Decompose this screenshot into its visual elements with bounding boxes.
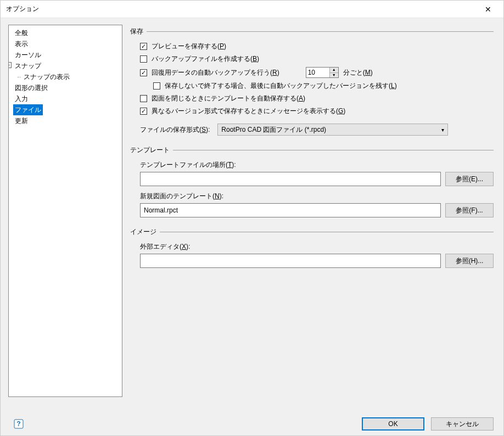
keeplast-label: 保存しないで終了する場合、最後に自動バックアップしたバージョンを残す(L) <box>165 81 397 91</box>
title-bar: オプション ✕ <box>1 1 503 18</box>
spinner-down-icon[interactable]: ▼ <box>330 73 338 78</box>
tree-item-file[interactable]: ファイル <box>13 104 43 115</box>
autosave-template-checkbox[interactable] <box>140 95 147 102</box>
tree-item-shape-select[interactable]: 図形の選択 <box>13 82 49 93</box>
expand-collapse-icon[interactable]: − <box>8 62 12 68</box>
autorecover-label: 回復用データの自動バックアップを行う(R) <box>152 68 279 77</box>
external-editor-input[interactable] <box>140 254 441 268</box>
tree-item-general[interactable]: 全般 <box>13 27 30 38</box>
settings-panel: 保存 プレビューを保存する(P) バックアップファイルを作成する(B) <box>128 25 496 412</box>
spinner-up-icon[interactable]: ▲ <box>330 68 338 73</box>
backup-label: バックアップファイルを作成する(B) <box>152 54 259 64</box>
chevron-down-icon: ▾ <box>441 127 444 133</box>
file-format-label: ファイルの保存形式(S): <box>140 125 210 135</box>
autosave-template-label: 図面を閉じるときにテンプレートを自動保存する(A) <box>152 94 305 103</box>
image-group-title: イメージ <box>130 227 494 237</box>
window-title: オプション <box>6 4 39 14</box>
dialog-body: 全般 表示 カーソル − スナップ スナップの表示 図形の選択 入力 ファイル … <box>1 18 503 412</box>
newdoc-template-input[interactable] <box>140 203 441 217</box>
external-editor-browse-button[interactable]: 参照(H)... <box>445 254 494 268</box>
newdoc-template-label: 新規図面のテンプレート(N): <box>140 192 494 201</box>
tree-item-display[interactable]: 表示 <box>13 38 30 49</box>
autorecover-unit-label: 分ごと(M) <box>343 68 373 77</box>
template-group: テンプレート テンプレートファイルの場所(T): 参照(E)... 新規図面のテ… <box>130 146 494 217</box>
autorecover-interval-spinner[interactable]: ▲ ▼ <box>306 67 339 78</box>
category-tree[interactable]: 全般 表示 カーソル − スナップ スナップの表示 図形の選択 入力 ファイル … <box>8 25 122 397</box>
external-editor-label: 外部エディタ(X): <box>140 242 494 251</box>
save-group-title: 保存 <box>130 27 494 36</box>
newdoc-template-browse-button[interactable]: 参照(F)... <box>445 203 494 217</box>
file-format-value: RootPro CAD 図面ファイル (*.rpcd) <box>221 125 326 135</box>
ok-button[interactable]: OK <box>362 417 424 431</box>
autorecover-interval-input[interactable] <box>306 68 329 77</box>
dialog-footer: ? OK キャンセル <box>1 412 503 435</box>
tree-item-input[interactable]: 入力 <box>13 93 30 104</box>
preview-label: プレビューを保存する(P) <box>152 42 226 51</box>
diff-version-checkbox[interactable] <box>140 108 147 115</box>
backup-checkbox[interactable] <box>140 55 147 63</box>
keeplast-checkbox[interactable] <box>153 82 160 90</box>
image-group: イメージ 外部エディタ(X): 参照(H)... <box>130 227 494 268</box>
tree-item-snap[interactable]: スナップ <box>13 60 43 71</box>
tree-item-snap-display[interactable]: スナップの表示 <box>22 71 71 82</box>
template-location-label: テンプレートファイルの場所(T): <box>140 160 494 170</box>
preview-checkbox[interactable] <box>140 43 147 50</box>
help-button[interactable]: ? <box>13 418 25 430</box>
save-group: 保存 プレビューを保存する(P) バックアップファイルを作成する(B) <box>130 27 494 136</box>
close-button[interactable]: ✕ <box>478 2 498 17</box>
template-location-browse-button[interactable]: 参照(E)... <box>445 172 494 186</box>
file-format-select[interactable]: RootPro CAD 図面ファイル (*.rpcd) ▾ <box>217 124 448 136</box>
help-icon: ? <box>14 419 24 429</box>
options-dialog: オプション ✕ 全般 表示 カーソル − スナップ スナップの表示 図形の選択 … <box>0 0 504 436</box>
tree-item-cursor[interactable]: カーソル <box>13 49 43 60</box>
autorecover-checkbox[interactable] <box>140 69 147 76</box>
diff-version-label: 異なるバージョン形式で保存するときにメッセージを表示する(G) <box>152 107 345 116</box>
tree-item-update[interactable]: 更新 <box>13 115 30 126</box>
svg-text:?: ? <box>16 420 20 428</box>
template-location-input[interactable] <box>140 172 441 186</box>
close-icon: ✕ <box>485 5 491 14</box>
template-group-title: テンプレート <box>130 146 494 155</box>
cancel-button[interactable]: キャンセル <box>431 417 494 431</box>
